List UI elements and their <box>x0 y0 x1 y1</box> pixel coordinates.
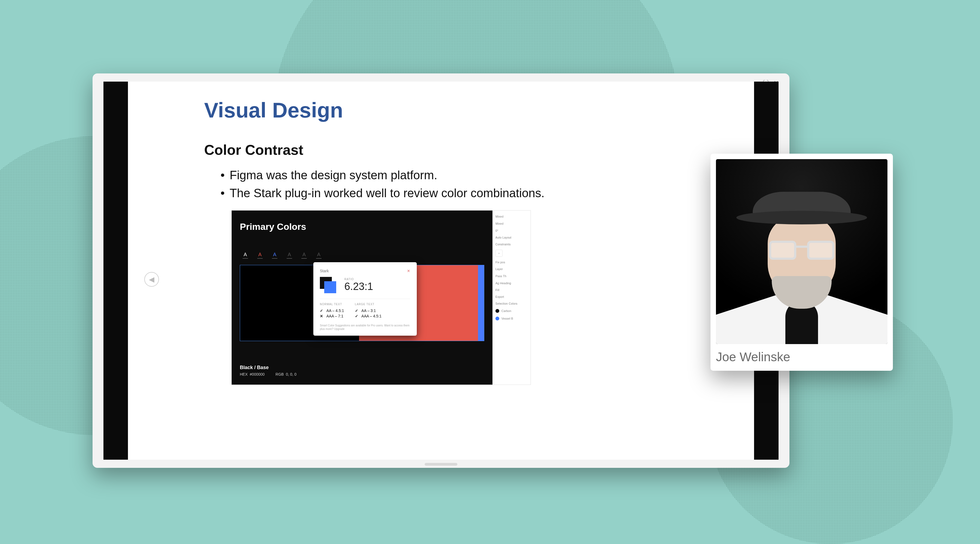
sample-a: A <box>243 251 248 259</box>
prop-fill-label: Fill <box>495 289 528 292</box>
presentation-window: ··· ⛶ ✕ ◀ Visual Design Color Contrast F… <box>92 73 789 468</box>
stark-large-title: LARGE TEXT <box>355 303 382 306</box>
swatch-blue <box>478 265 484 341</box>
prop-mixed: Mixed <box>495 222 528 225</box>
speaker-video <box>716 159 888 344</box>
slide-title: Visual Design <box>204 98 708 123</box>
stark-swatch-pair <box>320 277 336 293</box>
sample-a: A <box>301 251 307 259</box>
stark-large-aa: AA – 3:1 <box>355 308 382 313</box>
sample-a: A <box>257 251 263 259</box>
figma-canvas: Primary Colors A A A A A A <box>232 211 492 385</box>
text-sample-row: A A A A A A <box>243 251 321 259</box>
prop-export-label: Export <box>495 295 528 298</box>
previous-slide-button[interactable]: ◀ <box>144 272 159 287</box>
slide-bullets: Figma was the design system platform. Th… <box>221 166 708 202</box>
stark-normal-title: NORMAL TEXT <box>320 303 344 306</box>
speaker-name: Joe Welinske <box>716 349 888 364</box>
stark-normal-aaa: AAA – 7:1 <box>320 314 344 318</box>
stark-ratio-value: 6.23:1 <box>344 281 373 292</box>
sel-color-name: Vessel B <box>501 317 513 320</box>
stark-normal-aa: AA – 4.5:1 <box>320 308 344 313</box>
stark-ratio-label: RATIO <box>344 278 373 281</box>
prop-constraints-label: Constraints <box>495 243 528 246</box>
glasses-lens-icon <box>769 241 796 260</box>
stark-close-icon[interactable]: ✕ <box>407 269 410 273</box>
speaker-hat <box>753 192 851 219</box>
sample-a: A <box>286 251 292 259</box>
sample-a: A <box>272 251 277 259</box>
inset-panel-title: Primary Colors <box>240 221 484 232</box>
bullet-item: Figma was the design system platform. <box>221 166 708 184</box>
slide-subtitle: Color Contrast <box>204 142 708 158</box>
color-meta: Black / Base HEX #000000 RGB 0, 0, 0 <box>240 365 296 376</box>
figma-properties-panel: Mixed Mixed 0° Auto Layout Constraints +… <box>492 211 531 385</box>
sel-color-name: Carbon <box>501 309 511 312</box>
pillarbox-left <box>103 82 128 460</box>
stark-title: Stark <box>320 269 329 273</box>
inset-screenshot: Primary Colors A A A A A A <box>231 210 531 385</box>
rgb-value: 0, 0, 0 <box>286 372 296 376</box>
prop-rotation: 0° <box>495 229 528 232</box>
stark-swatch-blue <box>324 281 336 293</box>
chevron-left-icon: ◀ <box>149 275 154 284</box>
hex-label: HEX <box>240 372 248 376</box>
color-dot-icon <box>495 317 499 320</box>
color-name: Black / Base <box>240 365 296 371</box>
speaker-card: Joe Welinske <box>711 154 893 371</box>
prop-mixed: Mixed <box>495 215 528 218</box>
slide-stage: ◀ Visual Design Color Contrast Figma was… <box>103 82 778 460</box>
slide: ◀ Visual Design Color Contrast Figma was… <box>128 82 754 460</box>
sample-a: A <box>316 251 321 259</box>
color-dot-icon <box>495 309 499 313</box>
prop-fix-position: Fix pos <box>495 260 528 264</box>
prop-text-style: Ag Heading <box>495 282 528 285</box>
constraints-box-icon[interactable]: + <box>495 250 503 257</box>
bullet-item: The Stark plug-in worked well to review … <box>221 184 708 202</box>
prop-autolayout-label: Auto Layout <box>495 236 528 239</box>
rgb-label: RGB <box>275 372 284 376</box>
glasses-bridge <box>796 246 807 248</box>
speaker-glasses <box>769 241 834 260</box>
stark-contrast-popup: Stark ✕ RATIO 6.23:1 <box>313 262 417 336</box>
prop-selection-colors: Selection Colors <box>495 302 528 305</box>
stark-footer-note: Smart Color Suggestions are available fo… <box>320 324 410 331</box>
hex-value: #000000 <box>250 372 265 376</box>
prop-pass-through: Pass Th <box>495 274 528 278</box>
prop-layer-label: Layer <box>495 268 528 271</box>
horizontal-scroll-thumb[interactable] <box>425 463 457 466</box>
glasses-lens-icon <box>807 241 834 260</box>
stark-large-aaa: AAA – 4.5:1 <box>355 314 382 318</box>
